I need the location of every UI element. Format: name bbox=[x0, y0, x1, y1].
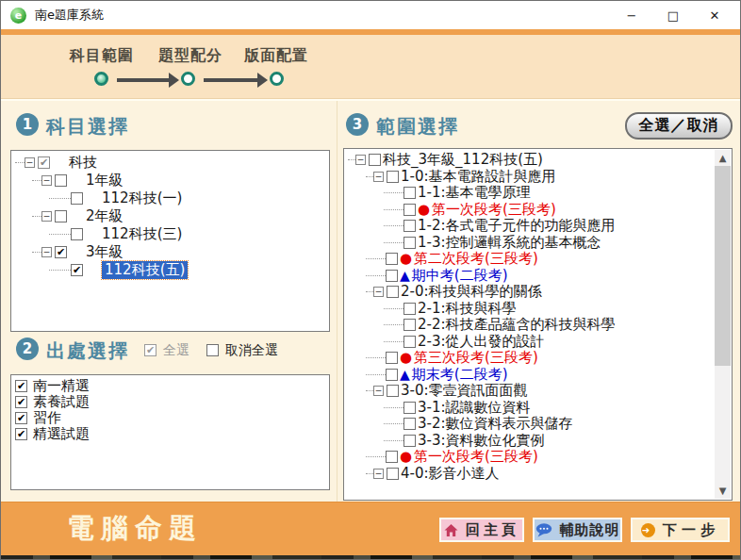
expand-toggle-icon[interactable]: − bbox=[25, 157, 35, 168]
checkbox[interactable] bbox=[369, 154, 381, 166]
checkbox[interactable] bbox=[386, 253, 398, 265]
tree-item[interactable]: −1年級 bbox=[11, 172, 329, 189]
checkbox[interactable] bbox=[386, 270, 398, 282]
tree-item[interactable]: 2-3:從人出發的設計 bbox=[344, 334, 715, 351]
tree-item[interactable]: ●第一次段考(三段考) bbox=[344, 449, 715, 466]
scroll-down-icon[interactable]: ▼ bbox=[715, 483, 731, 499]
tree-item-label[interactable]: 科技_3年級_112科技(五) bbox=[383, 151, 543, 169]
tree-item[interactable]: ✔習作 bbox=[11, 410, 329, 426]
tree-item[interactable]: −科技_3年級_112科技(五) bbox=[344, 152, 715, 169]
checkbox[interactable] bbox=[403, 187, 416, 199]
checkbox[interactable] bbox=[386, 451, 398, 463]
checkbox[interactable] bbox=[403, 303, 416, 315]
tree-item-label[interactable]: 3-2:數位資料表示與儲存 bbox=[418, 415, 573, 433]
help-button[interactable]: 輔助說明 bbox=[533, 518, 622, 542]
tree-item[interactable]: −✔科技 bbox=[11, 154, 329, 172]
tree-item-label[interactable]: 4-0:影音小達人 bbox=[401, 465, 500, 483]
checkbox[interactable] bbox=[71, 192, 83, 205]
tree-item-label[interactable]: 112科技(五) bbox=[102, 261, 188, 279]
tree-item-label[interactable]: 第三次段考(三段考) bbox=[414, 349, 538, 367]
tree-item[interactable]: 1-1:基本電學原理 bbox=[344, 185, 715, 202]
checkbox[interactable] bbox=[403, 435, 416, 447]
checkbox[interactable]: ✔ bbox=[38, 156, 50, 169]
tree-item[interactable]: −1-0:基本電路設計與應用 bbox=[344, 169, 715, 186]
checkbox[interactable]: ✔ bbox=[15, 428, 27, 440]
tree-item[interactable]: 1-2:各式電子元件的功能與應用 bbox=[344, 218, 715, 235]
select-all-toggle-button[interactable]: 全選／取消 bbox=[625, 112, 733, 140]
tree-item[interactable]: ▲期中考(二段考) bbox=[344, 268, 715, 285]
tree-item-label[interactable]: 第二次段考(三段考) bbox=[414, 250, 538, 268]
checkbox[interactable]: ✔ bbox=[15, 396, 27, 408]
tree-item-label[interactable]: 期末考(二段考) bbox=[412, 366, 508, 384]
checkbox[interactable] bbox=[55, 174, 67, 187]
expand-toggle-icon[interactable]: − bbox=[373, 172, 384, 182]
tree-item-label[interactable]: 2-0:科技與科學的關係 bbox=[401, 283, 542, 301]
tree-item-label[interactable]: 1-1:基本電學原理 bbox=[418, 184, 531, 202]
checkbox[interactable]: ✔ bbox=[55, 246, 67, 258]
expand-toggle-icon[interactable]: − bbox=[373, 386, 384, 396]
tree-item[interactable]: ●第二次段考(三段考) bbox=[344, 251, 715, 268]
tree-item-label[interactable]: 科技 bbox=[69, 154, 97, 172]
tree-item[interactable]: ●第一次段考(三段考) bbox=[344, 202, 715, 219]
expand-toggle-icon[interactable]: − bbox=[41, 211, 52, 222]
tree-item[interactable]: ✔南一精選 bbox=[11, 378, 329, 394]
deselect-all-checkbox[interactable] bbox=[206, 344, 219, 356]
tree-item-label[interactable]: 1-2:各式電子元件的功能與應用 bbox=[418, 217, 616, 235]
checkbox[interactable] bbox=[403, 402, 416, 414]
tree-item[interactable]: −4-0:影音小達人 bbox=[344, 466, 715, 483]
tree-item-label[interactable]: 2-1:科技與科學 bbox=[418, 300, 517, 318]
tree-item-label[interactable]: 第一次段考(三段考) bbox=[432, 201, 556, 219]
scrollbar-thumb[interactable] bbox=[715, 166, 731, 366]
checkbox[interactable] bbox=[387, 286, 399, 298]
tree-item-label[interactable]: 第一次段考(三段考) bbox=[414, 448, 538, 466]
tree-item[interactable]: −✔3年級 bbox=[11, 243, 329, 261]
tree-item-label[interactable]: 精選試題 bbox=[33, 425, 90, 443]
tree-item-label[interactable]: 期中考(二段考) bbox=[412, 267, 508, 285]
expand-toggle-icon[interactable]: − bbox=[41, 175, 52, 186]
tree-item-label[interactable]: 1年級 bbox=[86, 172, 124, 189]
scroll-up-icon[interactable]: ▲ bbox=[715, 150, 731, 166]
checkbox[interactable] bbox=[403, 204, 416, 216]
tree-item[interactable]: ✔112科技(五) bbox=[11, 261, 329, 279]
tree-item[interactable]: 3-1:認識數位資料 bbox=[344, 400, 715, 417]
checkbox[interactable] bbox=[386, 369, 398, 381]
expand-toggle-icon[interactable]: − bbox=[355, 155, 366, 165]
tree-item[interactable]: −2年級 bbox=[11, 207, 329, 225]
tree-item[interactable]: 2-2:科技產品蘊含的科技與科學 bbox=[344, 317, 715, 334]
tree-item-label[interactable]: 3年級 bbox=[86, 243, 124, 261]
checkbox[interactable] bbox=[386, 352, 398, 364]
tree-item[interactable]: ▲期末考(二段考) bbox=[344, 367, 715, 384]
checkbox[interactable] bbox=[55, 210, 67, 222]
tree-item[interactable]: ✔精選試題 bbox=[11, 426, 329, 442]
tree-item-label[interactable]: 1-0:基本電路設計與應用 bbox=[401, 168, 556, 186]
tree-item-label[interactable]: 1-3:控制邏輯系統的基本概念 bbox=[418, 234, 601, 252]
tree-item-label[interactable]: 2年級 bbox=[86, 207, 124, 225]
next-step-button[interactable]: ➜ 下一步 bbox=[631, 518, 730, 542]
checkbox[interactable] bbox=[403, 418, 416, 430]
tree-item-label[interactable]: 3-0:零壹資訊面面觀 bbox=[401, 382, 528, 400]
maximize-button[interactable]: □ bbox=[659, 5, 687, 25]
expand-toggle-icon[interactable]: − bbox=[373, 287, 384, 297]
checkbox[interactable] bbox=[387, 468, 399, 480]
tree-item-label[interactable]: 3-1:認識數位資料 bbox=[418, 399, 531, 417]
tree-item[interactable]: 3-3:資料數位化實例 bbox=[344, 433, 715, 450]
checkbox[interactable] bbox=[71, 228, 83, 240]
minimize-button[interactable]: − bbox=[618, 5, 646, 25]
tree-item-label[interactable]: 112科技(三) bbox=[102, 225, 182, 243]
checkbox[interactable] bbox=[403, 319, 416, 331]
home-button[interactable]: 回主頁 bbox=[439, 518, 524, 542]
expand-toggle-icon[interactable]: − bbox=[41, 247, 52, 257]
tree-item-label[interactable]: 2-2:科技產品蘊含的科技與科學 bbox=[418, 316, 616, 334]
checkbox[interactable] bbox=[403, 220, 416, 232]
tree-item[interactable]: ●第三次段考(三段考) bbox=[344, 350, 715, 367]
tree-item[interactable]: 3-2:數位資料表示與儲存 bbox=[344, 416, 715, 433]
close-button[interactable]: ✕ bbox=[700, 5, 729, 25]
tree-item[interactable]: 112科技(三) bbox=[11, 225, 329, 243]
tree-item-label[interactable]: 3-3:資料數位化實例 bbox=[418, 432, 545, 450]
tree-item[interactable]: −3-0:零壹資訊面面觀 bbox=[344, 383, 715, 400]
tree-item[interactable]: ✔素養試題 bbox=[11, 394, 329, 410]
select-all-checkbox[interactable]: ✔ bbox=[144, 344, 156, 356]
checkbox[interactable] bbox=[387, 385, 399, 397]
scrollbar[interactable]: ▲ ▼ bbox=[715, 150, 731, 499]
tree-item[interactable]: 112科技(一) bbox=[11, 189, 329, 207]
